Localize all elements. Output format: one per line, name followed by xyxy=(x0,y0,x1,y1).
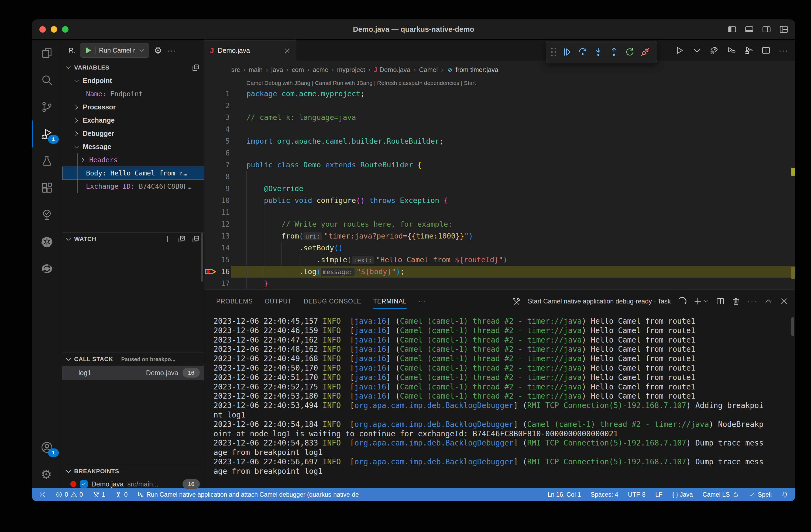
debug-restart-button[interactable] xyxy=(622,43,637,61)
code-line-1[interactable]: 1package com.acme.myproject; xyxy=(204,88,795,100)
debug-disconnect-button[interactable] xyxy=(637,43,653,61)
codelens-actions[interactable]: Camel Debug with JBang | Camel Run with … xyxy=(204,78,795,88)
editor-action-run-dropdown[interactable] xyxy=(692,46,702,55)
panel-tab-problems[interactable]: PROBLEMS xyxy=(216,290,253,313)
status-debug-task[interactable]: Run Camel native application and attach … xyxy=(137,491,359,498)
activity-settings[interactable]: ⚙ xyxy=(32,461,62,488)
gutter[interactable]: 2 xyxy=(204,100,231,112)
status-ports[interactable]: 0 xyxy=(115,491,127,498)
code-line-11[interactable]: 11 xyxy=(204,206,795,218)
minimize-window-button[interactable] xyxy=(51,26,57,33)
variables-header[interactable]: VARIABLES xyxy=(62,61,204,74)
terminal-scrollbar[interactable] xyxy=(791,317,794,336)
code-line-15[interactable]: 15.simple(text:"Hello Camel from ${route… xyxy=(204,254,795,266)
code-line-16[interactable]: 16.log(message:"${body}"); xyxy=(204,266,795,278)
gutter[interactable]: 10 xyxy=(204,194,231,206)
breadcrumb-item-src[interactable]: src xyxy=(231,66,240,74)
new-terminal-button[interactable] xyxy=(693,297,709,306)
maximize-panel-button[interactable] xyxy=(764,297,773,306)
breadcrumb-item-com[interactable]: com xyxy=(292,66,304,74)
status-indentation[interactable]: Spaces: 4 xyxy=(591,491,618,498)
add-watch-icon[interactable] xyxy=(164,235,172,243)
breakpoint-item[interactable]: Demo.javasrc/main...16 xyxy=(62,478,204,490)
panel-tab-terminal[interactable]: TERMINAL xyxy=(373,290,407,313)
code-line-4[interactable]: 4 xyxy=(204,123,795,135)
status-remote-indicator[interactable] xyxy=(39,491,46,498)
status-tasks[interactable]: 1 xyxy=(93,491,105,498)
debug-views-more-icon[interactable]: ··· xyxy=(167,46,177,55)
editor-action-split-editor[interactable] xyxy=(761,46,770,55)
breadcrumb-item-myproject[interactable]: myproject xyxy=(337,66,365,74)
toggle-panel-icon[interactable] xyxy=(745,25,754,34)
gutter[interactable]: 4 xyxy=(204,123,231,135)
sidebar-scrollbar[interactable] xyxy=(201,233,203,282)
status-notifications[interactable] xyxy=(781,491,789,498)
activity-test-explorer[interactable] xyxy=(32,201,62,228)
terminal-task-label[interactable]: Start Camel native application debug-rea… xyxy=(528,298,671,305)
activity-kubernetes[interactable] xyxy=(32,228,62,255)
status-cursor-position[interactable]: Ln 16, Col 1 xyxy=(548,491,581,498)
gutter[interactable]: 9 xyxy=(204,183,231,194)
variable-scope-debugger[interactable]: Debugger xyxy=(62,127,204,140)
code-line-8[interactable]: 8 xyxy=(204,171,795,183)
editor-action-quarkus-run[interactable] xyxy=(709,46,719,55)
gutter[interactable]: 3 xyxy=(204,112,231,123)
code-line-13[interactable]: 13from(uri:"timer:java?period={{time:100… xyxy=(204,230,795,242)
toggle-primary-sidebar-icon[interactable] xyxy=(728,25,737,34)
activity-accounts[interactable]: 1 xyxy=(32,434,62,461)
code-line-6[interactable]: 6 xyxy=(204,147,795,159)
status-eol[interactable]: LF xyxy=(655,491,662,498)
launch-configuration-picker[interactable]: Run Camel r xyxy=(80,43,149,58)
status-encoding[interactable]: UTF-8 xyxy=(628,491,645,498)
code-line-12[interactable]: 12// Write your routes here, for example… xyxy=(204,218,795,230)
breadcrumb-item-from-timer-java[interactable]: from timer:java xyxy=(446,66,499,74)
gutter[interactable]: 8 xyxy=(204,171,231,183)
gutter[interactable]: 6 xyxy=(204,147,231,159)
status-problems[interactable]: 00 xyxy=(56,491,83,498)
variable-scope-exchange[interactable]: Exchange xyxy=(62,114,204,127)
gutter[interactable]: 11 xyxy=(204,206,231,218)
editor-action-camel-run[interactable] xyxy=(727,46,736,55)
variable-item[interactable]: Name: Endpoint xyxy=(62,87,204,100)
code-editor[interactable]: Camel Debug with JBang | Camel Run with … xyxy=(204,78,795,290)
close-panel-button[interactable] xyxy=(780,297,789,306)
gutter[interactable]: 13 xyxy=(204,230,231,242)
variable-scope-message[interactable]: Message xyxy=(62,140,204,153)
code-line-10[interactable]: 10public void configure() throws Excepti… xyxy=(204,194,795,206)
zoom-window-button[interactable] xyxy=(62,26,68,33)
activity-run-and-debug[interactable]: 1 xyxy=(32,121,62,147)
panel-tab-output[interactable]: OUTPUT xyxy=(265,290,292,313)
split-terminal-button[interactable] xyxy=(716,297,725,306)
gutter[interactable]: 17 xyxy=(204,278,231,290)
editor-action-run-file[interactable] xyxy=(675,46,684,55)
gutter[interactable]: 12 xyxy=(204,218,231,230)
debug-toolbar-drag-handle[interactable] xyxy=(550,47,557,58)
close-window-button[interactable] xyxy=(40,26,46,33)
remove-all-watch-icon[interactable] xyxy=(178,235,186,243)
activity-extensions[interactable] xyxy=(32,174,62,201)
gutter[interactable]: 5 xyxy=(204,135,231,147)
code-line-7[interactable]: 7public class Demo extends RouteBuilder … xyxy=(204,159,795,171)
activity-search[interactable] xyxy=(32,66,62,94)
editor-action-more-actions[interactable]: ··· xyxy=(779,46,788,55)
customize-layout-icon[interactable] xyxy=(779,25,789,34)
panel-more-tabs[interactable]: ··· xyxy=(418,290,426,313)
gutter[interactable]: 16 xyxy=(204,266,231,278)
variable-item[interactable]: Body: Hello Camel from r… xyxy=(62,167,204,180)
editor-action-camel-debug[interactable] xyxy=(744,46,753,55)
code-line-2[interactable]: 2 xyxy=(204,100,795,112)
toggle-secondary-sidebar-icon[interactable] xyxy=(762,25,771,34)
code-line-17[interactable]: 17} xyxy=(204,278,795,290)
status-language-mode[interactable]: { } Java xyxy=(672,491,693,498)
collapse-all-icon[interactable] xyxy=(192,64,200,72)
breakpoints-header[interactable]: BREAKPOINTS xyxy=(62,465,204,478)
gutter[interactable]: 15 xyxy=(204,254,231,266)
configure-launch-gear-icon[interactable]: ⚙ xyxy=(154,45,162,56)
variable-item[interactable]: Exchange ID: B74C46FC8B0F… xyxy=(62,180,204,193)
code-line-5[interactable]: 5import org.apache.camel.builder.RouteBu… xyxy=(204,135,795,147)
breadcrumb-item-camel[interactable]: Camel xyxy=(419,66,438,74)
activity-testing[interactable] xyxy=(32,147,62,174)
breadcrumb-item-main[interactable]: main xyxy=(249,66,263,74)
more-panel-actions-button[interactable]: ··· xyxy=(747,297,757,306)
variable-group-headers[interactable]: Headers xyxy=(62,153,204,167)
